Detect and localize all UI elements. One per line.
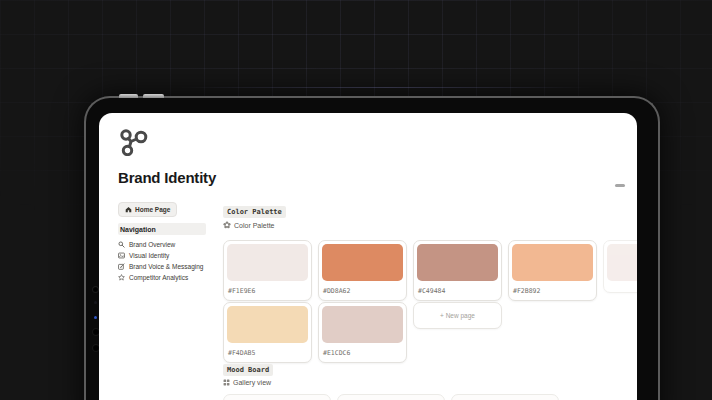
sidebar-heading: Navigation [118, 223, 206, 235]
color-card[interactable]: #DD8A62 [318, 240, 407, 301]
color-swatch [417, 244, 498, 281]
flower-icon [223, 221, 231, 229]
gallery-card[interactable] [337, 394, 445, 400]
home-page-button[interactable]: Home Page [118, 202, 177, 217]
home-icon [125, 206, 132, 213]
hex-label: #F4DAB5 [224, 346, 311, 362]
brand-logo-icon [118, 128, 148, 160]
hex-label: #F2B892 [509, 284, 596, 300]
color-card[interactable]: #F1E9E6 [223, 240, 312, 301]
color-card[interactable]: #F2B892 [508, 240, 597, 301]
new-page-label: + New page [440, 312, 475, 319]
camera-lens [92, 286, 99, 293]
color-card[interactable]: #E1CDC6 [318, 302, 407, 363]
color-palette-badge: Color Palette [223, 206, 286, 218]
new-page-button[interactable]: + New page [413, 302, 502, 329]
hex-label: #E1CDC6 [319, 346, 406, 362]
gallery-view-toggle[interactable]: Gallery view [223, 379, 271, 386]
background-glow-line [180, 87, 592, 88]
sidebar-item-brand-voice[interactable]: Brand Voice & Messaging [118, 261, 203, 271]
color-swatch [227, 306, 308, 343]
camera-sensor-dot [94, 301, 97, 304]
color-palette-view-toggle[interactable]: Color Palette [223, 221, 274, 229]
star-icon [118, 274, 125, 281]
home-page-label: Home Page [135, 206, 170, 213]
hex-label: #DD8A62 [319, 284, 406, 300]
hex-label: #F1E9E6 [224, 284, 311, 300]
hex-label [604, 284, 637, 292]
sidebar-item-label: Competitor Analytics [129, 274, 188, 281]
color-swatch [607, 244, 637, 281]
color-swatch [512, 244, 593, 281]
edit-icon [118, 263, 125, 270]
sidebar-item-label: Visual Identity [129, 252, 169, 259]
camera-indicator-dot [94, 316, 97, 319]
volume-up-button [119, 94, 138, 98]
gallery-grid-icon [223, 379, 230, 386]
sidebar-item-label: Brand Voice & Messaging [129, 263, 203, 270]
scene: Brand Identity Home Page Navigation Bran… [0, 0, 712, 400]
image-icon [118, 252, 125, 259]
page-title: Brand Identity [118, 169, 216, 186]
color-swatch [322, 306, 403, 343]
view-label: Color Palette [234, 222, 274, 229]
mood-board-badge: Mood Board [223, 364, 273, 376]
tablet-device: Brand Identity Home Page Navigation Bran… [84, 96, 660, 400]
gallery-card[interactable] [223, 394, 331, 400]
minimize-icon[interactable] [615, 184, 625, 187]
volume-down-button [143, 94, 164, 98]
view-label: Gallery view [233, 379, 271, 386]
sidebar-item-brand-overview[interactable]: Brand Overview [118, 239, 175, 249]
color-swatch [322, 244, 403, 281]
color-card[interactable]: #C49484 [413, 240, 502, 301]
tablet-screen: Brand Identity Home Page Navigation Bran… [99, 113, 637, 400]
color-card-partial[interactable] [603, 240, 637, 293]
sidebar-item-visual-identity[interactable]: Visual Identity [118, 250, 169, 260]
color-card[interactable]: #F4DAB5 [223, 302, 312, 363]
search-icon [118, 241, 125, 248]
sidebar-item-label: Brand Overview [129, 241, 175, 248]
color-swatch [227, 244, 308, 281]
sidebar-item-competitor-analytics[interactable]: Competitor Analytics [118, 272, 188, 282]
hex-label: #C49484 [414, 284, 501, 300]
gallery-card[interactable] [451, 394, 559, 400]
